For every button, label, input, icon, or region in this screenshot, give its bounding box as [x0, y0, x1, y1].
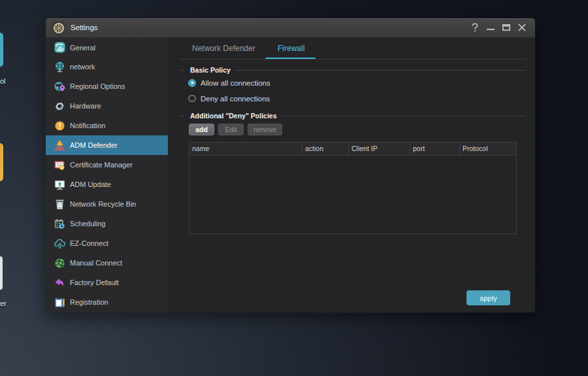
- svg-text:a: a: [58, 43, 62, 51]
